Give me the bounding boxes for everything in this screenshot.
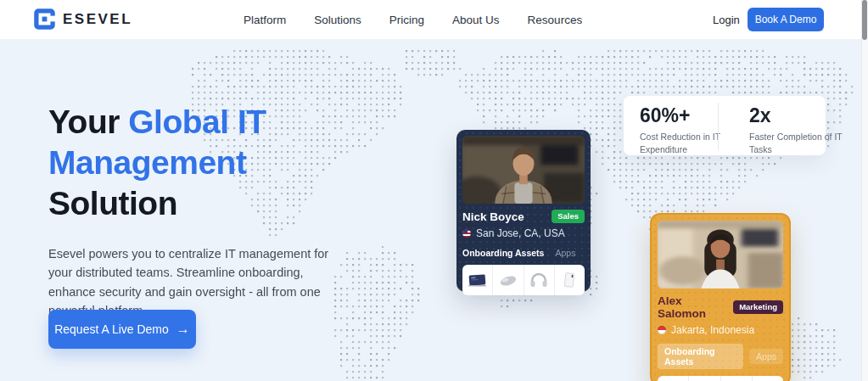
- hero-title-part: Solution: [48, 185, 177, 221]
- employee-card-alex: Alex Salomon Marketing Jakarta, Indonesi…: [652, 215, 789, 381]
- mouse-icon: [492, 265, 523, 295]
- department-badge: Sales: [552, 210, 585, 223]
- request-live-demo-button[interactable]: Request A Live Demo →: [48, 310, 196, 349]
- header: ESEVEL Platform Solutions Pricing About …: [0, 0, 868, 39]
- phone-icon: [752, 376, 783, 381]
- mouse-icon: [688, 376, 720, 381]
- scrollbar-track[interactable]: [861, 0, 868, 381]
- hero-title-part: Global IT: [128, 104, 266, 140]
- asset-strip: [658, 376, 783, 381]
- book-a-demo-button[interactable]: Book A Demo: [748, 8, 824, 31]
- laptop-icon: [462, 265, 492, 295]
- stat-value: 2x: [749, 104, 843, 127]
- stats-divider: [718, 103, 719, 150]
- nav-item-resources[interactable]: Resources: [528, 14, 583, 26]
- main-nav: Platform Solutions Pricing About Us Reso…: [244, 0, 582, 39]
- tab-onboarding-assets: Onboarding Assets: [658, 344, 743, 369]
- asset-strip: [462, 265, 585, 295]
- nav-item-pricing[interactable]: Pricing: [389, 14, 424, 26]
- stat-caption: Cost Reduction in IT Expenditure: [640, 131, 733, 156]
- nav-item-solutions[interactable]: Solutions: [314, 14, 361, 26]
- department-badge: Marketing: [733, 300, 783, 314]
- hero-title-part: Management: [48, 144, 246, 181]
- brand-logo[interactable]: ESEVEL: [34, 8, 132, 30]
- scrollbar-thumb[interactable]: [862, 0, 867, 40]
- card-tabs: Onboarding Assets Apps: [462, 248, 585, 258]
- employee-name: Nick Boyce: [462, 210, 524, 223]
- stat-faster-completion: 2x Faster Completion of IT Tasks: [733, 96, 843, 155]
- employee-location: San Jose, CA, USA: [476, 227, 565, 239]
- hero-section: Your Global IT Management Solution Eseve…: [0, 39, 868, 381]
- arrow-right-icon: →: [176, 322, 190, 336]
- nav-item-about-us[interactable]: About Us: [452, 14, 500, 26]
- cta-label: Request A Live Demo: [54, 322, 169, 336]
- hero-title-part: Your: [48, 104, 128, 140]
- us-flag-icon: [462, 229, 471, 238]
- employee-photo: [658, 221, 783, 289]
- login-link[interactable]: Login: [713, 0, 740, 39]
- brand-name: ESEVEL: [63, 11, 132, 28]
- stat-caption: Faster Completion of IT Tasks: [749, 131, 843, 156]
- headphones-icon: [720, 376, 752, 381]
- tab-onboarding-assets: Onboarding Assets: [462, 248, 544, 258]
- stat-value: 60%+: [640, 104, 733, 127]
- tab-apps: Apps: [555, 248, 575, 258]
- laptop-icon: [658, 376, 688, 381]
- phone-icon: [554, 265, 585, 295]
- employee-card-nick: Nick Boyce Sales San Jose, CA, USA Onboa…: [456, 130, 591, 292]
- stat-cost-reduction: 60%+ Cost Reduction in IT Expenditure: [624, 96, 733, 155]
- employee-location: Jakarta, Indonesia: [671, 324, 754, 336]
- tab-apps: Apps: [749, 349, 783, 364]
- card-tabs: Onboarding Assets Apps: [658, 344, 783, 369]
- indonesia-flag-icon: [658, 326, 666, 334]
- headphones-icon: [524, 265, 554, 295]
- employee-photo: [462, 136, 585, 204]
- nav-item-platform[interactable]: Platform: [244, 14, 286, 26]
- employee-name: Alex Salomon: [658, 294, 733, 320]
- esevel-logo-icon: [34, 8, 55, 30]
- stats-card: 60%+ Cost Reduction in IT Expenditure 2x…: [624, 96, 826, 155]
- hero-title: Your Global IT Management Solution: [48, 102, 266, 224]
